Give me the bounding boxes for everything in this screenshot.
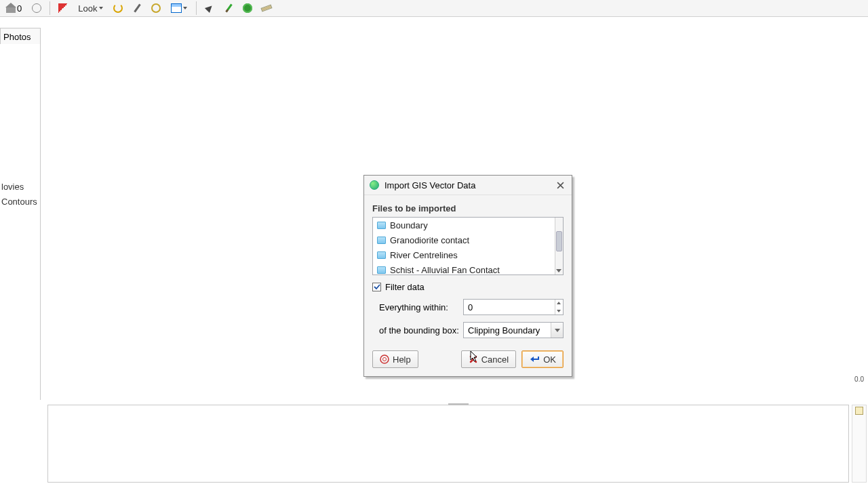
bottom-panel	[47, 405, 849, 483]
ring-icon	[151, 3, 161, 13]
bbox-value: Clipping Boundary	[468, 325, 540, 336]
snap-button[interactable]	[149, 1, 163, 16]
check-icon	[374, 284, 380, 290]
globe-icon	[370, 180, 379, 190]
sidebar-tab-label: Photos	[3, 32, 31, 42]
select-button[interactable]	[202, 1, 217, 16]
home-icon	[6, 3, 16, 13]
within-value: 0	[468, 302, 473, 312]
main-toolbar: 0 Look	[0, 0, 868, 17]
layer-icon	[377, 222, 386, 229]
list-item-label: Granodiorite contact	[390, 235, 469, 245]
help-button[interactable]: Help	[372, 350, 418, 368]
files-listbox[interactable]: Boundary Granodiorite contact River Cent…	[372, 217, 564, 275]
filter-checkbox[interactable]	[372, 283, 381, 291]
cancel-icon	[469, 354, 478, 364]
magnifier-icon	[32, 3, 41, 13]
right-panel-toggle[interactable]	[852, 405, 867, 483]
close-icon	[557, 182, 564, 189]
look-menu[interactable]: Look	[75, 1, 106, 16]
filter-row: Filter data	[372, 282, 564, 292]
list-item[interactable]: Schist - Alluvial Fan Contact	[373, 262, 555, 275]
axis-origin-label: 0.0	[854, 375, 864, 383]
help-label: Help	[393, 354, 411, 365]
dialog-titlebar[interactable]: Import GIS Vector Data	[364, 176, 572, 195]
chevron-down-icon	[183, 7, 187, 9]
pencil-green-icon	[225, 3, 232, 12]
scrollbar-thumb[interactable]	[556, 231, 562, 251]
filter-label: Filter data	[385, 282, 425, 292]
panel-icon	[855, 407, 863, 415]
listbox-scrollbar[interactable]	[555, 218, 563, 274]
dialog-button-row: Help Cancel OK	[372, 350, 564, 368]
sidebar-tab[interactable]: Photos	[0, 28, 41, 45]
list-item-label: Schist - Alluvial Fan Contact	[390, 265, 500, 275]
spinner[interactable]	[555, 300, 563, 314]
settings-button[interactable]	[240, 1, 255, 16]
chevron-down-icon	[555, 329, 560, 332]
bbox-label: of the bounding box:	[379, 325, 459, 336]
home-button[interactable]: 0	[3, 1, 25, 16]
import-gis-dialog: Import GIS Vector Data Files to be impor…	[363, 175, 572, 377]
bbox-combo[interactable]: Clipping Boundary	[463, 322, 564, 338]
list-item[interactable]: Boundary	[373, 218, 555, 232]
tree-item[interactable]: lovies	[0, 180, 40, 195]
chevron-down-icon	[99, 7, 103, 9]
scrollbar-down[interactable]	[555, 266, 563, 274]
close-button[interactable]	[554, 179, 566, 191]
chevron-down-icon	[556, 269, 561, 272]
bbox-row: of the bounding box: Clipping Boundary	[372, 322, 564, 338]
draw-line-button[interactable]	[221, 1, 236, 16]
sync-icon	[113, 3, 123, 13]
within-row: Everything within: 0	[372, 299, 564, 315]
files-section-label: Files to be imported	[372, 203, 564, 214]
cancel-button[interactable]: Cancel	[461, 350, 516, 368]
screwdriver-icon	[134, 3, 140, 12]
window-menu[interactable]	[167, 1, 191, 16]
list-item[interactable]: Granodiorite contact	[373, 232, 555, 247]
measure-button[interactable]	[259, 1, 274, 16]
list-item[interactable]: River Centrelines	[373, 247, 555, 262]
dialog-body: Files to be imported Boundary Granodiori…	[364, 195, 572, 376]
pencil-red-icon	[58, 3, 68, 13]
cancel-label: Cancel	[481, 354, 509, 365]
tree-item[interactable]: Contours	[0, 195, 40, 209]
cursor-icon	[205, 3, 214, 13]
home-badge: 0	[17, 3, 22, 14]
edit-button[interactable]	[130, 1, 144, 16]
window-icon	[171, 3, 182, 13]
layer-icon	[377, 251, 386, 259]
layer-icon	[377, 266, 386, 274]
list-item-label: River Centrelines	[390, 250, 458, 260]
svg-point-1	[383, 358, 387, 361]
draw-button[interactable]	[56, 1, 71, 16]
zoom-extents-button[interactable]	[29, 1, 44, 16]
combo-arrow[interactable]	[551, 323, 563, 338]
dialog-title: Import GIS Vector Data	[384, 180, 475, 190]
ok-label: OK	[543, 354, 556, 365]
layer-icon	[377, 237, 386, 244]
ruler-icon	[261, 4, 273, 12]
within-label: Everything within:	[379, 302, 459, 312]
within-input[interactable]: 0	[463, 299, 564, 315]
sync-button[interactable]	[111, 1, 125, 16]
gear-icon	[243, 3, 252, 13]
list-item-label: Boundary	[390, 220, 428, 230]
help-icon	[380, 354, 389, 364]
ok-button[interactable]: OK	[521, 350, 564, 368]
toolbar-divider	[196, 1, 197, 15]
sidebar-panel: lovies Contours	[0, 44, 41, 400]
ok-arrow-icon	[529, 355, 540, 363]
toolbar-divider	[50, 1, 50, 15]
look-label: Look	[78, 3, 97, 14]
